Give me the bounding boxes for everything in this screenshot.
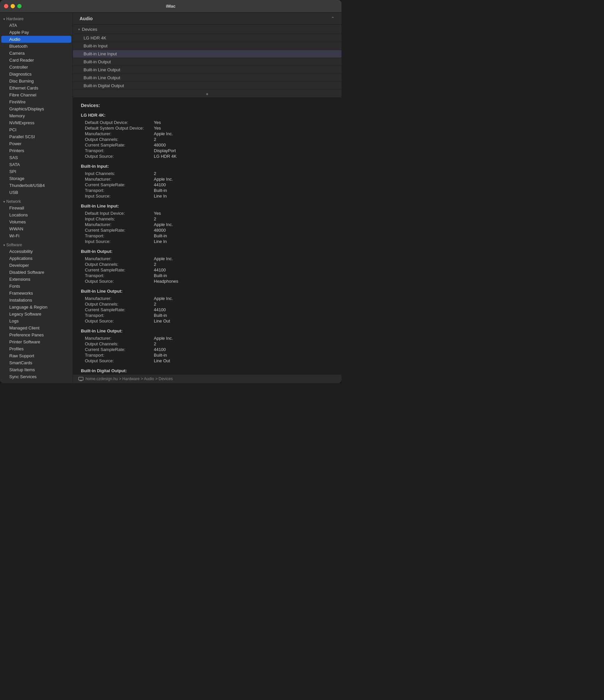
sidebar-item-fibre-channel[interactable]: Fibre Channel [1, 92, 71, 98]
sidebar-item-disabled-software[interactable]: Disabled Software [1, 269, 71, 276]
device-list-item-built-in-line-input[interactable]: Built-in Line Input [73, 50, 341, 58]
detail-row: Output Channels: 2 [81, 136, 334, 142]
detail-row: Transport: Built-in [81, 188, 334, 193]
panel-header: Audio ⌃ [73, 12, 341, 25]
detail-row: Default Output Device: Yes [81, 120, 334, 125]
sidebar-item-fonts[interactable]: Fonts [1, 283, 71, 290]
sidebar-item-volumes[interactable]: Volumes [1, 219, 71, 225]
sidebar-item-accessibility[interactable]: Accessibility [1, 248, 71, 255]
detail-row: Transport: Built-in [81, 352, 334, 358]
close-button[interactable] [4, 4, 8, 8]
device-list-item-built-in-output[interactable]: Built-in Output [73, 58, 341, 66]
sidebar-item-language-region[interactable]: Language & Region [1, 304, 71, 310]
sidebar-item-diagnostics[interactable]: Diagnostics [1, 71, 71, 78]
detail-heading-lg-hdr-4k: LG HDR 4K: [81, 113, 334, 118]
detail-section-built-in-input: Built-in Input: Input Channels: 2 Manufa… [81, 164, 334, 199]
collapse-icon[interactable]: ⌃ [331, 16, 335, 21]
detail-row: Default Input Device: Yes [81, 210, 334, 216]
detail-section-built-in-digital-output: Built-in Digital Output: Manufacturer: A… [81, 368, 334, 374]
sidebar-item-smartcards[interactable]: SmartCards [1, 359, 71, 366]
sidebar-item-firewire[interactable]: FireWire [1, 98, 71, 105]
sidebar-item-logs[interactable]: Logs [1, 318, 71, 324]
sidebar-item-disc-burning[interactable]: Disc Burning [1, 78, 71, 84]
detail-row: Current SampleRate: 44100 [81, 182, 334, 188]
sidebar-item-sata[interactable]: SATA [1, 161, 71, 168]
panel-title: Audio [79, 16, 93, 21]
sidebar-item-nvmexpress[interactable]: NVMExpress [1, 119, 71, 126]
sidebar-item-locations[interactable]: Locations [1, 211, 71, 219]
minimize-button[interactable] [10, 4, 15, 8]
sidebar-group-hardware-label: Hardware [6, 17, 24, 21]
sidebar-item-printers[interactable]: Printers [1, 147, 71, 154]
sidebar-item-thunderbolt-usb4[interactable]: Thunderbolt/USB4 [1, 182, 71, 189]
sidebar-group-network[interactable]: ▾ Network [0, 198, 73, 204]
detail-row: Output Channels: 2 [81, 341, 334, 347]
svg-rect-0 [78, 377, 83, 380]
sidebar-item-legacy-software[interactable]: Legacy Software [1, 310, 71, 318]
devices-list-container: ▾ Devices LG HDR 4K Built-in Input Built… [73, 25, 341, 97]
maximize-button[interactable] [17, 4, 22, 8]
sidebar-item-applications[interactable]: Applications [1, 255, 71, 262]
detail-row: Current SampleRate: 44100 [81, 307, 334, 312]
sidebar-item-frameworks[interactable]: Frameworks [1, 290, 71, 297]
detail-section-built-in-line-input: Built-in Line Input: Default Input Devic… [81, 203, 334, 244]
sidebar-item-ethernet-cards[interactable]: Ethernet Cards [1, 84, 71, 92]
detail-row: Output Source: Headphones [81, 278, 334, 284]
sidebar-item-controller[interactable]: Controller [1, 64, 71, 71]
sidebar-item-preference-panes[interactable]: Preference Panes [1, 331, 71, 339]
sidebar-item-wwan[interactable]: WWAN [1, 225, 71, 232]
sidebar-item-apple-pay[interactable]: Apple Pay [1, 29, 71, 36]
sidebar-item-installations[interactable]: Installations [1, 297, 71, 304]
sidebar-item-memory[interactable]: Memory [1, 112, 71, 119]
detail-row: Default System Output Device: Yes [81, 125, 334, 131]
sidebar-item-parallel-scsi[interactable]: Parallel SCSI [1, 133, 71, 140]
detail-row: Output Channels: 2 [81, 261, 334, 267]
sidebar-item-profiles[interactable]: Profiles [1, 345, 71, 352]
sidebar-item-storage[interactable]: Storage [1, 175, 71, 182]
devices-header[interactable]: ▾ Devices [73, 25, 341, 34]
detail-heading-built-in-digital-output: Built-in Digital Output: [81, 368, 334, 373]
sidebar-item-startup-items[interactable]: Startup Items [1, 366, 71, 373]
titlebar: iMac [0, 0, 341, 12]
sidebar-item-extensions[interactable]: Extensions [1, 276, 71, 283]
device-list-item-built-in-digital-output[interactable]: Built-in Digital Output [73, 82, 341, 90]
sidebar-item-bluetooth[interactable]: Bluetooth [1, 43, 71, 50]
sidebar-item-card-reader[interactable]: Card Reader [1, 57, 71, 64]
devices-main-label: Devices: [81, 103, 334, 108]
sidebar-item-camera[interactable]: Camera [1, 50, 71, 57]
sidebar-item-managed-client[interactable]: Managed Client [1, 324, 71, 331]
detail-row: Transport: Built-in [81, 312, 334, 318]
sidebar-item-ata[interactable]: ATA [1, 22, 71, 29]
sidebar-item-audio[interactable]: Audio [1, 36, 71, 43]
sidebar-item-raw-support[interactable]: Raw Support [1, 352, 71, 359]
statusbar: home.czdesign.hu > Hardware > Audio > De… [73, 374, 341, 383]
sidebar-item-sync-services[interactable]: Sync Services [1, 373, 71, 380]
sidebar-item-spi[interactable]: SPI [1, 168, 71, 175]
sidebar-item-wi-fi[interactable]: Wi-Fi [1, 232, 71, 239]
detail-row: Manufacturer: Apple Inc. [81, 176, 334, 182]
sidebar-group-hardware[interactable]: ▾ Hardware [0, 15, 73, 22]
sidebar-group-software-label: Software [6, 243, 22, 247]
sidebar-item-power[interactable]: Power [1, 140, 71, 147]
sidebar-group-software[interactable]: ▾ Software [0, 241, 73, 248]
sidebar-item-printer-software[interactable]: Printer Software [1, 339, 71, 345]
sidebar-item-pci[interactable]: PCI [1, 126, 71, 133]
sidebar-item-developer[interactable]: Developer [1, 262, 71, 269]
sidebar-item-firewall[interactable]: Firewall [1, 204, 71, 211]
sidebar-item-usb[interactable]: USB [1, 189, 71, 196]
statusbar-path: home.czdesign.hu > Hardware > Audio > De… [86, 376, 173, 381]
detail-row: Output Source: Line Out [81, 318, 334, 324]
detail-heading-built-in-line-output-2: Built-in Line Output: [81, 328, 334, 333]
detail-row: Output Source: Line Out [81, 358, 334, 364]
detail-row: Current SampleRate: 44100 [81, 267, 334, 273]
device-list-item-built-in-input[interactable]: Built-in Input [73, 42, 341, 50]
detail-content: Devices: LG HDR 4K: Default Output Devic… [73, 97, 341, 374]
detail-row: Input Source: Line In [81, 239, 334, 244]
device-list-item-built-in-line-output-2[interactable]: Built-in Line Output [73, 74, 341, 82]
device-list-item-lg-hdr-4k[interactable]: LG HDR 4K [73, 34, 341, 42]
sidebar-item-graphics-displays[interactable]: Graphics/Displays [1, 105, 71, 112]
detail-heading-built-in-input: Built-in Input: [81, 164, 334, 169]
device-list-item-built-in-line-output[interactable]: Built-in Line Output [73, 66, 341, 74]
detail-row: Current SampleRate: 44100 [81, 347, 334, 352]
sidebar-item-sas[interactable]: SAS [1, 154, 71, 161]
